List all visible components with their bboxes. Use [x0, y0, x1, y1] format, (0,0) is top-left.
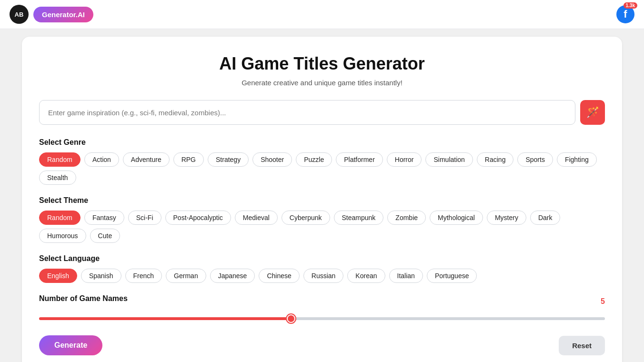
header: AB Generator.AI f 1.3k	[0, 0, 644, 29]
page-subtitle: Generate creative and unique game titles…	[39, 79, 605, 87]
chip-zombie[interactable]: Zombie	[387, 211, 426, 225]
chip-puzzle[interactable]: Puzzle	[296, 152, 332, 167]
chip-scifi[interactable]: Sci-Fi	[128, 211, 161, 225]
chip-french[interactable]: French	[125, 269, 162, 283]
chip-random[interactable]: Random	[39, 211, 80, 225]
chip-portuguese[interactable]: Portuguese	[427, 269, 477, 283]
chip-dark[interactable]: Dark	[530, 211, 561, 225]
chip-humorous[interactable]: Humorous	[39, 229, 86, 243]
genre-chip-group: RandomActionAdventureRPGStrategyShooterP…	[39, 152, 605, 185]
theme-chip-group: RandomFantasySci-FiPost-ApocalypticMedie…	[39, 211, 605, 243]
brand-button[interactable]: Generator.AI	[33, 7, 93, 22]
chip-rpg[interactable]: RPG	[173, 152, 204, 167]
chip-italian[interactable]: Italian	[389, 269, 423, 283]
chip-spanish[interactable]: Spanish	[81, 269, 121, 283]
chip-shooter[interactable]: Shooter	[252, 152, 292, 167]
chip-fantasy[interactable]: Fantasy	[84, 211, 124, 225]
logo-initials: AB	[15, 11, 24, 18]
chip-racing[interactable]: Racing	[477, 152, 514, 167]
genre-label: Select Genre	[39, 138, 605, 147]
chip-chinese[interactable]: Chinese	[259, 269, 299, 283]
search-row: 🪄	[39, 100, 605, 125]
chip-action[interactable]: Action	[84, 152, 119, 167]
chip-cute[interactable]: Cute	[90, 229, 121, 243]
generate-button[interactable]: Generate	[39, 335, 102, 355]
chip-sports[interactable]: Sports	[517, 152, 553, 167]
slider-value: 5	[601, 297, 605, 306]
slider-label: Number of Game Names	[39, 294, 128, 303]
game-count-slider[interactable]	[39, 317, 605, 320]
chip-random[interactable]: Random	[39, 152, 80, 167]
chip-steampunk[interactable]: Steampunk	[334, 211, 384, 225]
chip-stealth[interactable]: Stealth	[39, 171, 76, 185]
chip-korean[interactable]: Korean	[347, 269, 385, 283]
slider-label-row: Number of Game Names 5	[39, 294, 605, 309]
chip-english[interactable]: English	[39, 269, 77, 283]
chip-fighting[interactable]: Fighting	[557, 152, 597, 167]
language-label: Select Language	[39, 254, 605, 263]
search-input[interactable]	[39, 100, 575, 125]
search-button[interactable]: 🪄	[580, 100, 605, 125]
chip-simulation[interactable]: Simulation	[425, 152, 473, 167]
chip-russian[interactable]: Russian	[303, 269, 344, 283]
chip-japanese[interactable]: Japanese	[210, 269, 255, 283]
chip-cyberpunk[interactable]: Cyberpunk	[282, 211, 330, 225]
theme-label: Select Theme	[39, 196, 605, 205]
main-card: AI Game Titles Generator Generate creati…	[22, 37, 622, 362]
chip-platformer[interactable]: Platformer	[336, 152, 383, 167]
chip-postapoc[interactable]: Post-Apocalyptic	[165, 211, 231, 225]
magic-wand-icon: 🪄	[586, 106, 599, 119]
slider-wrap	[39, 313, 605, 322]
language-chip-group: EnglishSpanishFrenchGermanJapaneseChines…	[39, 269, 605, 283]
logo-circle: AB	[10, 5, 29, 24]
header-left: AB Generator.AI	[10, 5, 93, 24]
chip-adventure[interactable]: Adventure	[123, 152, 170, 167]
chip-german[interactable]: German	[166, 269, 206, 283]
chip-horror[interactable]: Horror	[387, 152, 422, 167]
fb-badge-wrap: f 1.3k	[616, 5, 634, 23]
fb-badge-count: 1.3k	[624, 2, 637, 9]
chip-medieval[interactable]: Medieval	[235, 211, 278, 225]
reset-button[interactable]: Reset	[559, 336, 605, 355]
chip-strategy[interactable]: Strategy	[208, 152, 249, 167]
chip-mystery[interactable]: Mystery	[487, 211, 526, 225]
slider-section: Number of Game Names 5	[39, 294, 605, 322]
action-row: Generate Reset	[39, 335, 605, 355]
page-title: AI Game Titles Generator	[39, 54, 605, 74]
chip-mythological[interactable]: Mythological	[430, 211, 483, 225]
